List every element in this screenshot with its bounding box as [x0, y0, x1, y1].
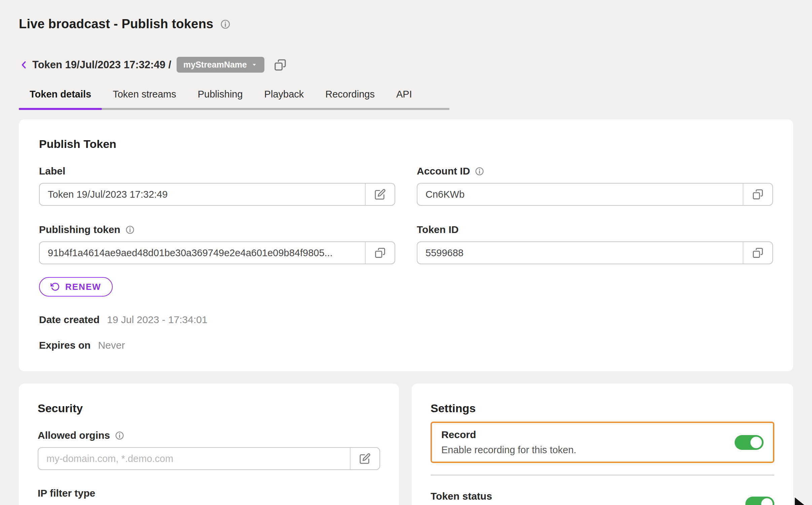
copy-icon	[374, 247, 386, 259]
token-status-text: Token status Enable or disable your publ…	[431, 491, 591, 505]
record-setting-highlight: Record Enable recording for this token.	[431, 422, 774, 463]
bottom-cards-row: Security Allowed orgins IP filter type	[19, 384, 793, 505]
publish-token-page: Live broadcast - Publish tokens Token 19…	[0, 0, 812, 505]
settings-card: Settings Record Enable recording for thi…	[412, 384, 793, 505]
ip-filter-label: IP filter type	[38, 488, 95, 499]
expires-on-row: Expires on Never	[39, 340, 773, 351]
token-id-label: Token ID	[417, 224, 458, 235]
publishing-token-input-wrap	[39, 241, 395, 264]
date-created-label: Date created	[39, 314, 100, 325]
account-id-label: Account ID	[417, 165, 470, 177]
page-title-info-icon[interactable]	[220, 19, 231, 30]
allowed-origins-label: Allowed orgins	[38, 430, 110, 441]
label-field: Label	[39, 165, 395, 206]
chevron-left-icon	[19, 60, 29, 70]
security-card: Security Allowed orgins IP filter type	[19, 384, 399, 505]
allowed-origins-input[interactable]	[38, 448, 350, 469]
settings-heading: Settings	[431, 402, 774, 415]
renew-icon	[50, 282, 60, 292]
copy-icon	[752, 189, 764, 200]
label-input-wrap	[39, 183, 395, 206]
breadcrumb-back-link[interactable]: Token 19/Jul/2023 17:32:49 /	[19, 59, 171, 71]
ip-filter-field: IP filter type IP Addresses	[38, 488, 380, 505]
renew-button-label: RENEW	[65, 282, 101, 292]
edit-icon	[374, 189, 386, 200]
publishing-token-field: Publishing token	[39, 224, 395, 264]
token-status-toggle[interactable]	[745, 497, 774, 505]
caret-down-icon	[251, 62, 258, 68]
allowed-origins-field: Allowed orgins	[38, 430, 380, 470]
label-field-label: Label	[39, 165, 65, 177]
token-id-field: Token ID	[417, 224, 773, 264]
token-tabs: Token details Token streams Publishing P…	[19, 89, 449, 110]
account-id-info-icon[interactable]	[475, 166, 484, 176]
account-id-input[interactable]	[417, 184, 743, 205]
date-created-row: Date created 19 Jul 2023 - 17:34:01	[39, 314, 773, 325]
copy-icon	[274, 59, 287, 71]
copy-account-id-button[interactable]	[743, 184, 772, 205]
expires-on-value: Never	[98, 340, 125, 351]
publish-token-fields: Label Account ID	[39, 165, 773, 264]
label-input[interactable]	[40, 184, 365, 205]
tab-token-details[interactable]: Token details	[19, 89, 102, 108]
publish-token-heading: Publish Token	[39, 138, 773, 151]
expires-on-label: Expires on	[39, 340, 90, 351]
page-header: Live broadcast - Publish tokens	[19, 17, 793, 31]
allowed-origins-info-icon[interactable]	[115, 431, 124, 440]
tab-token-streams[interactable]: Token streams	[102, 89, 187, 108]
stream-name-dropdown[interactable]: myStreamName	[177, 57, 264, 73]
copy-stream-name-button[interactable]	[274, 59, 287, 71]
tab-publishing[interactable]: Publishing	[187, 89, 254, 108]
publishing-token-input[interactable]	[40, 242, 365, 264]
token-status-label: Token status	[431, 491, 591, 502]
allowed-origins-input-wrap	[38, 447, 380, 470]
record-label: Record	[441, 429, 576, 440]
record-description: Enable recording for this token.	[441, 444, 576, 456]
token-id-input[interactable]	[417, 242, 743, 264]
tab-playback[interactable]: Playback	[254, 89, 315, 108]
stream-name-label: myStreamName	[183, 60, 247, 70]
account-id-input-wrap	[417, 183, 773, 206]
breadcrumb-token-label: Token 19/Jul/2023 17:32:49 /	[32, 59, 171, 71]
mouse-cursor	[793, 496, 809, 505]
token-status-setting: Token status Enable or disable your publ…	[431, 491, 774, 505]
publishing-token-label: Publishing token	[39, 224, 120, 235]
breadcrumb: Token 19/Jul/2023 17:32:49 / myStreamNam…	[19, 57, 793, 73]
edit-label-button[interactable]	[365, 184, 395, 205]
record-toggle[interactable]	[735, 435, 764, 450]
copy-publishing-token-button[interactable]	[365, 242, 395, 264]
tab-api[interactable]: API	[385, 89, 423, 108]
edit-allowed-origins-button[interactable]	[350, 448, 379, 469]
edit-icon	[359, 453, 371, 464]
publish-token-card: Publish Token Label Account ID	[19, 119, 793, 371]
page-title: Live broadcast - Publish tokens	[19, 17, 213, 31]
renew-button[interactable]: RENEW	[39, 277, 113, 297]
tab-recordings[interactable]: Recordings	[315, 89, 385, 108]
token-id-input-wrap	[417, 241, 773, 264]
publishing-token-info-icon[interactable]	[125, 225, 135, 235]
copy-token-id-button[interactable]	[743, 242, 772, 264]
settings-divider	[431, 474, 774, 476]
security-heading: Security	[38, 402, 380, 415]
record-setting-text: Record Enable recording for this token.	[441, 429, 576, 456]
copy-icon	[752, 247, 764, 259]
date-created-value: 19 Jul 2023 - 17:34:01	[107, 314, 208, 325]
account-id-field: Account ID	[417, 165, 773, 206]
